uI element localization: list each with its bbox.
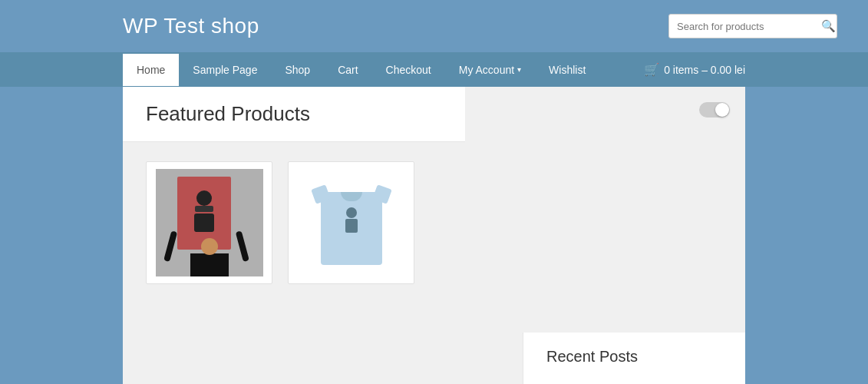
featured-header: Featured Products — [123, 87, 465, 142]
product-image-2 — [298, 169, 405, 276]
main-nav: Home Sample Page Shop Cart Checkout My A… — [0, 52, 868, 87]
bottom-section: Recent Posts — [123, 333, 745, 384]
toggle-button[interactable] — [699, 102, 730, 118]
cart-icon: 🛒 — [644, 62, 659, 77]
cart-summary[interactable]: 🛒 0 items – 0.00 lei — [644, 62, 745, 77]
nav-item-my-account[interactable]: My Account ▾ — [445, 54, 535, 86]
product-card-1[interactable] — [146, 161, 272, 284]
main-content: Featured Products — [123, 87, 745, 333]
product-image-1 — [156, 169, 263, 276]
nav-item-checkout[interactable]: Checkout — [372, 54, 445, 86]
recent-posts-title: Recent Posts — [546, 348, 722, 366]
chevron-down-icon: ▾ — [517, 65, 521, 74]
search-button[interactable]: 🔍 — [814, 15, 837, 38]
nav-item-wishlist[interactable]: Wishlist — [535, 54, 599, 86]
search-input[interactable] — [669, 15, 814, 38]
products-grid — [123, 142, 745, 303]
site-header: WP Test shop 🔍 — [0, 0, 868, 52]
nav-item-cart[interactable]: Cart — [324, 54, 371, 86]
site-title: WP Test shop — [123, 14, 259, 38]
product-card-2[interactable] — [288, 161, 414, 284]
nav-item-home[interactable]: Home — [123, 54, 179, 86]
featured-products-title: Featured Products — [146, 102, 310, 126]
sidebar: Recent Posts — [523, 333, 745, 384]
bottom-left — [123, 333, 523, 384]
nav-item-shop[interactable]: Shop — [271, 54, 324, 86]
cart-label: 0 items – 0.00 lei — [664, 64, 745, 76]
nav-item-sample-page[interactable]: Sample Page — [179, 54, 271, 86]
search-bar: 🔍 — [668, 14, 837, 38]
